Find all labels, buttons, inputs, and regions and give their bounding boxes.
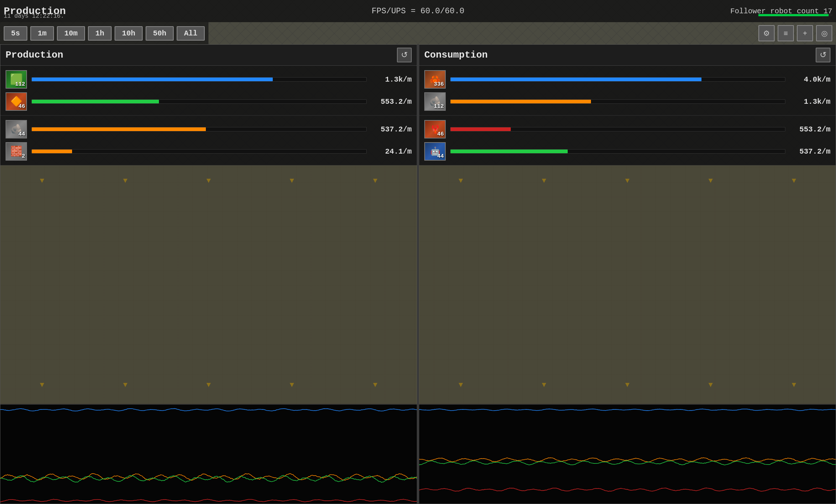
cons-stone-value: 1.3k/m [790,97,830,106]
cons-copper-bar-track [450,127,785,131]
stone2-count: 2 [22,153,25,160]
stone-bar [32,127,206,131]
robot-bar [451,150,568,153]
iron-plate-count: 112 [15,81,25,88]
robot-icon: 🤖 44 [424,142,446,161]
copper-plate-count: 46 [18,103,25,110]
cons-copper-value: 553.2/m [790,125,830,134]
subtitle: 11 days 12:22:16. [4,13,64,20]
follower-bar [758,14,832,16]
arrows-bottom: ▼ ▼ ▼ ▼ ▼ [0,381,417,389]
cons-copper-count: 46 [437,131,444,137]
consumption-row-stone: 🪨 112 1.3k/m [424,92,830,112]
cons-copper-bar-container [450,127,785,131]
stone-count: 44 [18,131,25,137]
time-btn-5s[interactable]: 5s [4,26,27,41]
time-btn-10m[interactable]: 10m [57,26,85,41]
production-row-stone2: 🧱 2 24.1/m [6,141,412,161]
robot-bar-container [450,149,785,154]
arrows-top: ▼ ▼ ▼ ▼ ▼ [0,176,417,185]
consumption-row-copper: 🦞 46 553.2/m [424,119,830,139]
stone2-icon: 🧱 2 [6,142,27,161]
consumption-chart-canvas [419,405,836,504]
stone2-value: 24.1/m [371,147,412,156]
stone-bar-container [31,127,367,131]
consumption-row-shrimp: 🦀 336 4.0k/m [424,69,830,89]
production-row-copper: 🔶 46 553.2/m [6,92,412,112]
copper-plate-bar [32,100,159,103]
shrimp-bar-container [450,77,785,82]
production-game-area: ▼ ▼ ▼ ▼ ▼ ▼ ▼ ▼ ▼ ▼ [0,165,417,404]
production-resources: 🟩 112 1.3k/m 🔶 46 [0,66,417,116]
iron-plate-bar-track [31,77,367,82]
production-chart-canvas [0,405,417,504]
robot-bar-track [450,149,785,154]
icon-btn-group: ⚙ ≡ + ◎ [758,22,832,44]
consumption-chart [419,404,836,504]
cons-stone-bar [451,100,591,103]
production-row-iron: 🟩 112 1.3k/m [6,69,412,89]
time-bar: 5s 1m 10m 1h 10h 50h All [0,22,208,44]
consumption-row-robot: 🤖 44 537.2/m [424,141,830,161]
cons-stone-bar-container [450,99,785,104]
time-btn-50h[interactable]: 50h [146,26,174,41]
time-btn-10h[interactable]: 10h [115,26,143,41]
robot-count: 44 [437,153,444,160]
iron-plate-bar-container [31,77,367,82]
fps-display: FPS/UPS = 60.0/60.0 [372,7,465,16]
robot-value: 537.2/m [790,147,830,156]
consumption-resources-2: 🦞 46 553.2/m 🤖 44 [419,116,836,165]
shrimp-value: 4.0k/m [790,75,830,84]
shrimp-bar-track [450,77,785,82]
stone2-bar-container [31,149,367,154]
stone-bar-track [31,127,367,131]
consumption-panel: Consumption ↺ 🦀 336 4.0k/m [419,44,836,504]
iron-plate-icon: 🟩 112 [6,70,27,89]
stone2-bar-track [31,149,367,154]
list-button[interactable]: ≡ [778,25,794,41]
production-title: Production [6,49,63,61]
top-bar: Production FPS/UPS = 60.0/60.0 Follower … [0,0,836,22]
stone-icon: 🪨 44 [6,120,27,138]
production-header: Production ↺ [0,45,417,66]
production-resources-2: 🪨 44 537.2/m 🧱 2 [0,116,417,165]
copper-plate-bar-track [31,99,367,104]
time-btn-1m[interactable]: 1m [30,26,54,41]
cons-stone-count: 112 [434,103,444,110]
consumption-title: Consumption [424,49,488,61]
time-btn-all[interactable]: All [177,26,205,41]
cons-copper-bar [451,127,511,131]
cons-arrows-top: ▼ ▼ ▼ ▼ ▼ [419,176,836,185]
consumption-reset-button[interactable]: ↺ [816,48,830,62]
production-reset-button[interactable]: ↺ [397,48,412,62]
cons-arrows-bottom: ▼ ▼ ▼ ▼ ▼ [419,381,836,389]
copper-plate-icon: 🔶 46 [6,92,27,111]
add-button[interactable]: + [797,25,813,41]
shrimp-count: 336 [434,81,444,88]
stone2-bar [32,150,72,153]
stone-value: 537.2/m [371,125,412,134]
production-row-stone: 🪨 44 537.2/m [6,119,412,139]
cons-stone-bar-track [450,99,785,104]
production-panel: Production ↺ 🟩 112 1.3k/m [0,44,417,504]
map-button[interactable]: ◎ [816,25,832,41]
consumption-game-area: ▼ ▼ ▼ ▼ ▼ ▼ ▼ ▼ ▼ ▼ [419,165,836,404]
consumption-header: Consumption ↺ [419,45,836,66]
main-panels: Production ↺ 🟩 112 1.3k/m [0,44,836,504]
settings-button[interactable]: ⚙ [758,25,775,41]
iron-plate-bar [32,78,273,81]
copper-plate-bar-container [31,99,367,104]
production-chart [0,404,417,504]
shrimp-icon: 🦀 336 [424,70,446,89]
copper-plate-value: 553.2/m [371,97,412,106]
consumption-resources: 🦀 336 4.0k/m 🪨 112 [419,66,836,116]
follower-bar-fill [758,14,829,16]
shrimp-bar [451,78,701,81]
cons-stone-icon: 🪨 112 [424,92,446,111]
iron-plate-value: 1.3k/m [371,75,412,84]
cons-copper-icon: 🦞 46 [424,120,446,138]
time-btn-1h[interactable]: 1h [88,26,112,41]
